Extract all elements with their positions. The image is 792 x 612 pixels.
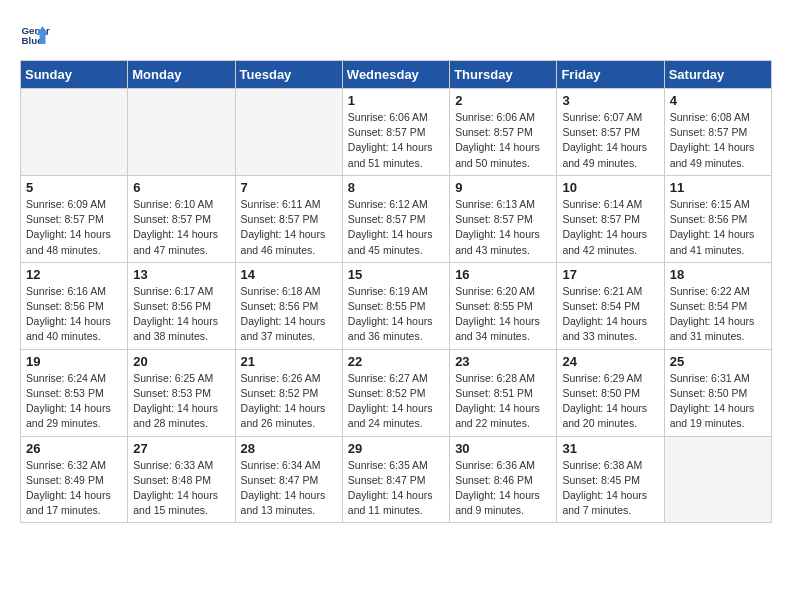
calendar-cell: 11Sunrise: 6:15 AM Sunset: 8:56 PM Dayli… xyxy=(664,175,771,262)
cell-info: Sunrise: 6:08 AM Sunset: 8:57 PM Dayligh… xyxy=(670,110,766,171)
calendar-cell: 26Sunrise: 6:32 AM Sunset: 8:49 PM Dayli… xyxy=(21,436,128,523)
day-number: 10 xyxy=(562,180,658,195)
day-number: 11 xyxy=(670,180,766,195)
calendar-cell xyxy=(235,89,342,176)
cell-info: Sunrise: 6:24 AM Sunset: 8:53 PM Dayligh… xyxy=(26,371,122,432)
cell-info: Sunrise: 6:33 AM Sunset: 8:48 PM Dayligh… xyxy=(133,458,229,519)
day-number: 26 xyxy=(26,441,122,456)
calendar-cell: 1Sunrise: 6:06 AM Sunset: 8:57 PM Daylig… xyxy=(342,89,449,176)
day-number: 4 xyxy=(670,93,766,108)
calendar-week-2: 12Sunrise: 6:16 AM Sunset: 8:56 PM Dayli… xyxy=(21,262,772,349)
cell-info: Sunrise: 6:29 AM Sunset: 8:50 PM Dayligh… xyxy=(562,371,658,432)
calendar-cell xyxy=(21,89,128,176)
day-number: 18 xyxy=(670,267,766,282)
day-number: 23 xyxy=(455,354,551,369)
calendar-cell: 28Sunrise: 6:34 AM Sunset: 8:47 PM Dayli… xyxy=(235,436,342,523)
calendar-week-4: 26Sunrise: 6:32 AM Sunset: 8:49 PM Dayli… xyxy=(21,436,772,523)
cell-info: Sunrise: 6:17 AM Sunset: 8:56 PM Dayligh… xyxy=(133,284,229,345)
calendar-week-1: 5Sunrise: 6:09 AM Sunset: 8:57 PM Daylig… xyxy=(21,175,772,262)
cell-info: Sunrise: 6:32 AM Sunset: 8:49 PM Dayligh… xyxy=(26,458,122,519)
cell-info: Sunrise: 6:19 AM Sunset: 8:55 PM Dayligh… xyxy=(348,284,444,345)
day-number: 3 xyxy=(562,93,658,108)
calendar-cell: 21Sunrise: 6:26 AM Sunset: 8:52 PM Dayli… xyxy=(235,349,342,436)
calendar-body: 1Sunrise: 6:06 AM Sunset: 8:57 PM Daylig… xyxy=(21,89,772,523)
cell-info: Sunrise: 6:34 AM Sunset: 8:47 PM Dayligh… xyxy=(241,458,337,519)
calendar-cell: 31Sunrise: 6:38 AM Sunset: 8:45 PM Dayli… xyxy=(557,436,664,523)
calendar-cell: 24Sunrise: 6:29 AM Sunset: 8:50 PM Dayli… xyxy=(557,349,664,436)
day-header-tuesday: Tuesday xyxy=(235,61,342,89)
day-number: 6 xyxy=(133,180,229,195)
logo: General Blue xyxy=(20,20,54,50)
calendar-header-row: SundayMondayTuesdayWednesdayThursdayFrid… xyxy=(21,61,772,89)
cell-info: Sunrise: 6:21 AM Sunset: 8:54 PM Dayligh… xyxy=(562,284,658,345)
cell-info: Sunrise: 6:18 AM Sunset: 8:56 PM Dayligh… xyxy=(241,284,337,345)
cell-info: Sunrise: 6:06 AM Sunset: 8:57 PM Dayligh… xyxy=(455,110,551,171)
cell-info: Sunrise: 6:20 AM Sunset: 8:55 PM Dayligh… xyxy=(455,284,551,345)
cell-info: Sunrise: 6:13 AM Sunset: 8:57 PM Dayligh… xyxy=(455,197,551,258)
cell-info: Sunrise: 6:06 AM Sunset: 8:57 PM Dayligh… xyxy=(348,110,444,171)
cell-info: Sunrise: 6:10 AM Sunset: 8:57 PM Dayligh… xyxy=(133,197,229,258)
day-number: 2 xyxy=(455,93,551,108)
day-number: 21 xyxy=(241,354,337,369)
calendar-week-0: 1Sunrise: 6:06 AM Sunset: 8:57 PM Daylig… xyxy=(21,89,772,176)
day-header-monday: Monday xyxy=(128,61,235,89)
day-number: 15 xyxy=(348,267,444,282)
calendar-cell: 18Sunrise: 6:22 AM Sunset: 8:54 PM Dayli… xyxy=(664,262,771,349)
day-header-friday: Friday xyxy=(557,61,664,89)
day-header-wednesday: Wednesday xyxy=(342,61,449,89)
day-number: 7 xyxy=(241,180,337,195)
day-number: 13 xyxy=(133,267,229,282)
calendar-cell: 19Sunrise: 6:24 AM Sunset: 8:53 PM Dayli… xyxy=(21,349,128,436)
day-number: 1 xyxy=(348,93,444,108)
calendar-cell: 9Sunrise: 6:13 AM Sunset: 8:57 PM Daylig… xyxy=(450,175,557,262)
calendar-table: SundayMondayTuesdayWednesdayThursdayFrid… xyxy=(20,60,772,523)
cell-info: Sunrise: 6:11 AM Sunset: 8:57 PM Dayligh… xyxy=(241,197,337,258)
logo-icon: General Blue xyxy=(20,20,50,50)
day-number: 24 xyxy=(562,354,658,369)
calendar-cell: 20Sunrise: 6:25 AM Sunset: 8:53 PM Dayli… xyxy=(128,349,235,436)
calendar-cell xyxy=(128,89,235,176)
calendar-cell: 17Sunrise: 6:21 AM Sunset: 8:54 PM Dayli… xyxy=(557,262,664,349)
day-number: 16 xyxy=(455,267,551,282)
cell-info: Sunrise: 6:16 AM Sunset: 8:56 PM Dayligh… xyxy=(26,284,122,345)
day-number: 20 xyxy=(133,354,229,369)
calendar-cell: 4Sunrise: 6:08 AM Sunset: 8:57 PM Daylig… xyxy=(664,89,771,176)
cell-info: Sunrise: 6:14 AM Sunset: 8:57 PM Dayligh… xyxy=(562,197,658,258)
day-number: 12 xyxy=(26,267,122,282)
cell-info: Sunrise: 6:28 AM Sunset: 8:51 PM Dayligh… xyxy=(455,371,551,432)
day-number: 29 xyxy=(348,441,444,456)
cell-info: Sunrise: 6:38 AM Sunset: 8:45 PM Dayligh… xyxy=(562,458,658,519)
cell-info: Sunrise: 6:35 AM Sunset: 8:47 PM Dayligh… xyxy=(348,458,444,519)
cell-info: Sunrise: 6:07 AM Sunset: 8:57 PM Dayligh… xyxy=(562,110,658,171)
calendar-cell: 13Sunrise: 6:17 AM Sunset: 8:56 PM Dayli… xyxy=(128,262,235,349)
cell-info: Sunrise: 6:27 AM Sunset: 8:52 PM Dayligh… xyxy=(348,371,444,432)
day-header-thursday: Thursday xyxy=(450,61,557,89)
day-number: 17 xyxy=(562,267,658,282)
day-number: 5 xyxy=(26,180,122,195)
calendar-cell: 6Sunrise: 6:10 AM Sunset: 8:57 PM Daylig… xyxy=(128,175,235,262)
day-number: 27 xyxy=(133,441,229,456)
calendar-cell: 25Sunrise: 6:31 AM Sunset: 8:50 PM Dayli… xyxy=(664,349,771,436)
day-header-saturday: Saturday xyxy=(664,61,771,89)
cell-info: Sunrise: 6:31 AM Sunset: 8:50 PM Dayligh… xyxy=(670,371,766,432)
day-number: 22 xyxy=(348,354,444,369)
day-number: 31 xyxy=(562,441,658,456)
cell-info: Sunrise: 6:15 AM Sunset: 8:56 PM Dayligh… xyxy=(670,197,766,258)
cell-info: Sunrise: 6:22 AM Sunset: 8:54 PM Dayligh… xyxy=(670,284,766,345)
day-number: 14 xyxy=(241,267,337,282)
calendar-cell: 8Sunrise: 6:12 AM Sunset: 8:57 PM Daylig… xyxy=(342,175,449,262)
calendar-cell: 27Sunrise: 6:33 AM Sunset: 8:48 PM Dayli… xyxy=(128,436,235,523)
cell-info: Sunrise: 6:36 AM Sunset: 8:46 PM Dayligh… xyxy=(455,458,551,519)
day-number: 9 xyxy=(455,180,551,195)
calendar-cell xyxy=(664,436,771,523)
calendar-cell: 3Sunrise: 6:07 AM Sunset: 8:57 PM Daylig… xyxy=(557,89,664,176)
day-number: 19 xyxy=(26,354,122,369)
day-header-sunday: Sunday xyxy=(21,61,128,89)
day-number: 25 xyxy=(670,354,766,369)
calendar-cell: 16Sunrise: 6:20 AM Sunset: 8:55 PM Dayli… xyxy=(450,262,557,349)
calendar-cell: 15Sunrise: 6:19 AM Sunset: 8:55 PM Dayli… xyxy=(342,262,449,349)
cell-info: Sunrise: 6:09 AM Sunset: 8:57 PM Dayligh… xyxy=(26,197,122,258)
calendar-cell: 22Sunrise: 6:27 AM Sunset: 8:52 PM Dayli… xyxy=(342,349,449,436)
day-number: 8 xyxy=(348,180,444,195)
calendar-cell: 5Sunrise: 6:09 AM Sunset: 8:57 PM Daylig… xyxy=(21,175,128,262)
